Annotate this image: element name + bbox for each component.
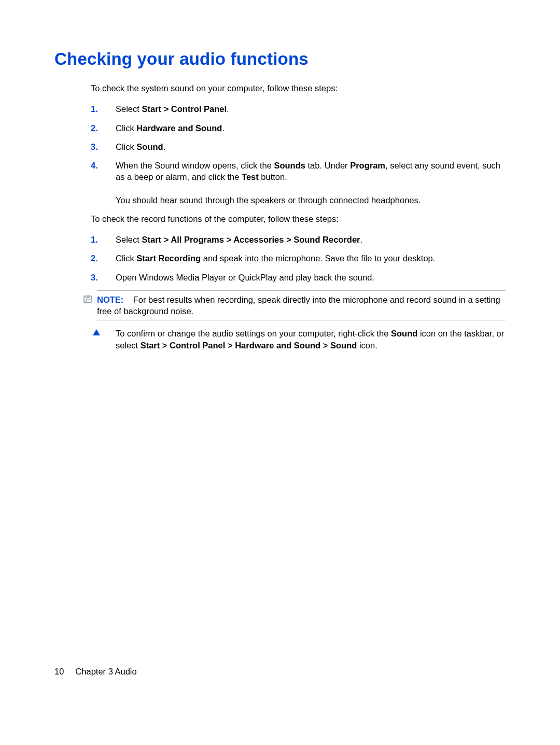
page-heading: Checking your audio functions	[54, 49, 506, 69]
note-content: NOTE: For best results when recording, s…	[83, 294, 506, 317]
step-number: 3.	[91, 141, 98, 152]
divider	[97, 290, 506, 291]
step-number: 2.	[91, 122, 98, 134]
page-footer: 10Chapter 3 Audio	[54, 667, 137, 677]
step-text: Select Start > All Programs > Accessorie…	[116, 235, 362, 244]
procedure-list-1: 1. Select Start > Control Panel. 2. Clic…	[91, 103, 506, 206]
step-4-followup: You should hear sound through the speake…	[116, 194, 506, 206]
page: Checking your audio functions To check t…	[0, 0, 560, 745]
divider	[97, 320, 506, 320]
note-text: For best results when recording, speak d…	[97, 295, 500, 316]
note-label: NOTE:	[97, 295, 123, 304]
action-bullet: To confirm or change the audio settings …	[91, 328, 506, 351]
step-3: 3. Click Sound.	[91, 141, 506, 152]
step-number: 1.	[91, 234, 98, 245]
step-3: 3. Open Windows Media Player or QuickPla…	[91, 272, 506, 283]
procedure-list-2: 1. Select Start > All Programs > Accesso…	[91, 234, 506, 283]
step-text: Click Hardware and Sound.	[116, 123, 225, 133]
step-1: 1. Select Start > All Programs > Accesso…	[91, 234, 506, 245]
step-4: 4. When the Sound window opens, click th…	[91, 160, 506, 206]
step-number: 3.	[91, 272, 98, 283]
step-1: 1. Select Start > Control Panel.	[91, 103, 506, 115]
step-text: When the Sound window opens, click the S…	[116, 161, 500, 181]
step-text: Open Windows Media Player or QuickPlay a…	[116, 273, 374, 282]
chapter-label: Chapter 3 Audio	[75, 667, 136, 676]
step-2: 2. Click Start Recording and speak into …	[91, 252, 506, 264]
step-text: Select Start > Control Panel.	[116, 104, 229, 114]
step-number: 2.	[91, 252, 98, 264]
step-text: Click Sound.	[116, 142, 165, 151]
intro-paragraph-2: To check the record functions of the com…	[91, 213, 506, 224]
note-box: NOTE: For best results when recording, s…	[83, 290, 506, 321]
step-number: 1.	[91, 103, 98, 115]
step-text: Click Start Recording and speak into the…	[116, 254, 435, 263]
intro-paragraph-1: To check the system sound on your comput…	[91, 82, 506, 94]
triangle-icon	[93, 329, 100, 335]
step-number: 4.	[91, 160, 98, 171]
note-icon	[83, 295, 93, 303]
page-number: 10	[54, 667, 64, 677]
bullet-text: To confirm or change the audio settings …	[116, 329, 504, 349]
step-2: 2. Click Hardware and Sound.	[91, 122, 506, 134]
